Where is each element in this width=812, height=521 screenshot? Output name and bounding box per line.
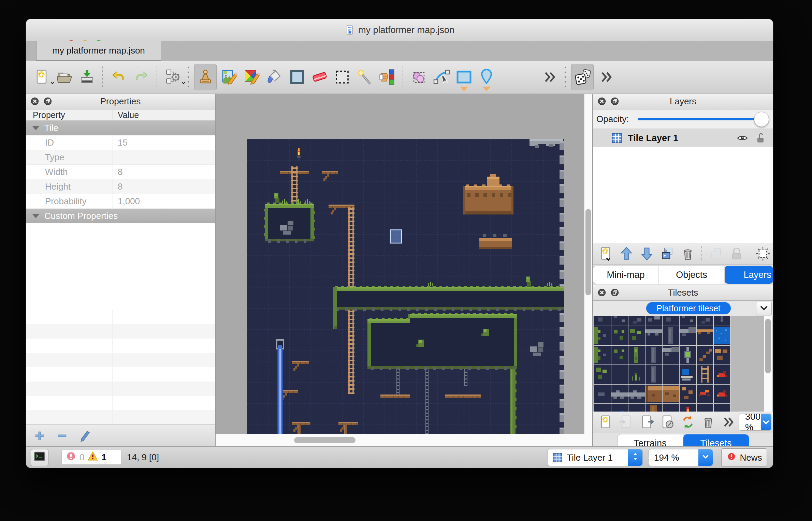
new-map-button[interactable]: ⌄ [32,68,52,87]
dice-button[interactable] [571,64,594,90]
vertical-scrollbar-thumb[interactable] [585,209,591,295]
tileset-scrollbar[interactable] [764,316,772,412]
zoom-chevron-icon[interactable] [761,414,771,430]
property-row-height[interactable]: Height8 [26,179,215,194]
stamp-brush-button[interactable] [194,64,217,90]
select-objects-button[interactable] [409,68,429,87]
new-layer-button[interactable] [598,245,614,262]
map-view[interactable] [216,94,584,434]
shape-fill-button[interactable] [288,68,307,87]
automap-button[interactable]: ⌄ [163,68,183,87]
layer-row-tile-layer-1[interactable]: Tile Layer 1 [593,129,773,147]
map-canvas[interactable] [247,139,564,434]
horizontal-scrollbar-thumb[interactable] [294,437,356,443]
property-row-probability[interactable]: Probability1,000 [26,194,215,209]
float-panel-icon[interactable] [42,96,53,107]
edit-polygons-button[interactable] [432,68,451,87]
tileset-scrollbar-thumb[interactable] [765,319,771,373]
tileset-canvas[interactable] [594,316,731,412]
float-panel-icon[interactable] [609,96,620,107]
insert-rectangle-button[interactable] [454,68,474,87]
property-row-id[interactable]: ID15 [26,135,215,150]
property-row-width[interactable]: Width8 [26,165,215,179]
news-button[interactable]: News [721,448,767,467]
tileset-zoom-select[interactable]: 300 % [739,414,771,430]
layer-visibility-eye-icon[interactable] [736,132,749,144]
property-row-type[interactable]: Type [26,150,215,165]
edit-tileset-button[interactable] [659,414,676,430]
new-tileset-button[interactable] [598,414,614,430]
refresh-tileset-button[interactable] [680,414,696,430]
console-button[interactable] [31,449,48,466]
zoom-chevron-icon[interactable] [698,449,713,466]
map-horizontal-scrollbar[interactable] [216,434,592,447]
titlebar: my platformer map.json [26,19,773,41]
toolbar-drag-handle [564,65,567,89]
layer-stepper-icon[interactable] [628,449,642,466]
lower-layer-button[interactable] [639,245,655,262]
active-tileset-tab[interactable]: Platformer tileset [646,302,731,314]
save-button[interactable] [77,68,97,87]
opacity-label: Opacity: [596,114,629,124]
overflow-button[interactable] [721,414,737,430]
map-vertical-scrollbar[interactable] [584,94,593,434]
properties-column-headers: Property Value [26,109,215,121]
dock-tab-layers[interactable]: Layers [724,266,773,284]
opacity-slider-knob[interactable] [754,112,769,127]
wang-brush-button[interactable] [243,68,262,87]
raise-layer-button[interactable] [618,245,635,262]
eraser-button[interactable] [310,68,329,87]
collapse-triangle-icon[interactable] [32,126,40,130]
export-tileset-button[interactable] [639,414,655,430]
same-tile-select-button[interactable] [378,68,397,87]
remove-property-button[interactable] [55,429,69,443]
open-button[interactable] [55,68,74,87]
float-panel-icon[interactable] [609,287,620,298]
overflow2-button[interactable] [597,68,616,87]
dock-tab-mini-map[interactable]: Mini-map [593,266,658,284]
tileset-selector-strip: Platformer tileset [593,301,773,316]
properties-panel: Properties Property Value TileID15TypeWi… [26,94,216,447]
close-panel-icon[interactable] [596,287,607,298]
lock-layer-button[interactable] [728,245,745,262]
opacity-slider-track[interactable] [638,118,762,120]
layers-panel-title: Layers [670,96,696,107]
collapse-triangle-icon[interactable] [32,214,40,218]
layers-toolbar [593,243,773,265]
property-group-tile[interactable]: Tile [26,121,215,135]
opacity-slider[interactable] [632,109,770,129]
rect-select-button[interactable] [333,68,352,87]
tileset-list-dropdown[interactable] [756,302,772,315]
highlight-layer-button[interactable] [755,245,771,262]
add-property-button[interactable] [33,429,46,443]
edit-property-button[interactable] [78,429,91,443]
tool-dropdown-triangle-icon[interactable] [482,87,491,91]
undo-button[interactable] [109,68,128,87]
tool-dropdown-triangle-icon[interactable] [460,87,468,91]
duplicate-layer-button[interactable] [659,245,676,262]
property-group-custom-properties[interactable]: Custom Properties [26,209,215,223]
toggle-other-layers-button[interactable] [708,245,724,262]
terrain-brush-button[interactable] [220,68,239,87]
current-layer-select[interactable]: Tile Layer 1 [547,449,643,466]
redo-button[interactable] [132,68,151,87]
remove-layer-button[interactable] [680,245,696,262]
remove-tileset-button[interactable] [700,414,716,430]
bucket-fill-button[interactable] [265,68,284,87]
import-tileset-button[interactable] [618,414,635,430]
dock-tab-objects[interactable]: Objects [658,266,724,284]
map-zoom-select[interactable]: 194 % [648,449,713,466]
insert-point-button[interactable] [477,68,496,87]
close-panel-icon[interactable] [29,96,40,107]
magic-wand-button[interactable] [355,68,374,87]
properties-empty-rows [26,310,215,425]
toolbar-separator [403,66,404,88]
messages-indicator[interactable]: 0 1 [61,450,121,465]
layer-lock-icon[interactable] [755,132,767,144]
tileset-grid-area[interactable] [593,316,773,412]
dropdown-chevron-icon[interactable]: ⌄ [180,77,187,86]
overflow-button[interactable] [540,68,560,87]
close-panel-icon[interactable] [596,96,607,107]
toolbar-separator [157,66,158,88]
document-tab[interactable]: my platformer map.json [36,41,161,61]
